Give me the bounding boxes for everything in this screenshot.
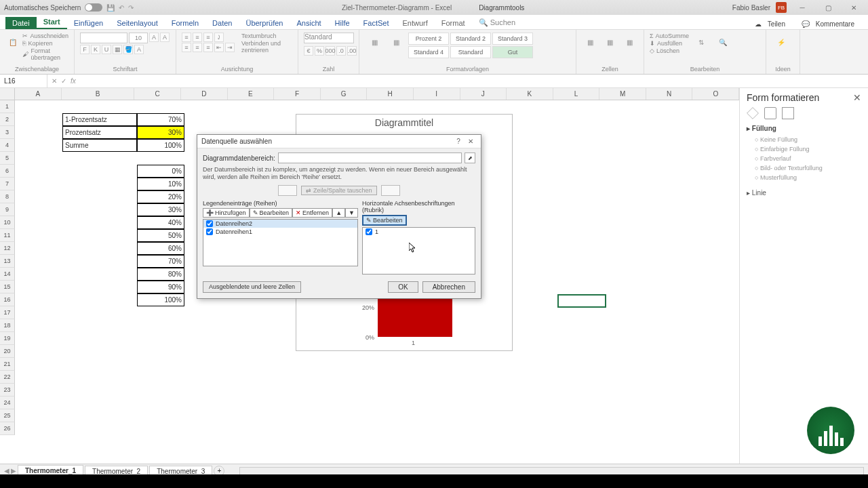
- tab-format[interactable]: Format: [435, 17, 472, 29]
- row-header[interactable]: 8: [0, 190, 15, 203]
- cancel-formula-icon[interactable]: ✕: [52, 77, 57, 85]
- column-header[interactable]: J: [460, 88, 507, 100]
- cell[interactable]: 50%: [137, 229, 184, 242]
- align-bot-icon[interactable]: ≡: [203, 33, 213, 42]
- row-header[interactable]: 10: [0, 216, 15, 229]
- percent-icon[interactable]: %: [315, 46, 324, 56]
- column-header[interactable]: D: [181, 88, 228, 100]
- move-up-button[interactable]: ▲: [332, 208, 345, 218]
- row-header[interactable]: 23: [0, 384, 15, 396]
- font-size[interactable]: 10: [129, 33, 148, 43]
- align-center-icon[interactable]: ≡: [193, 43, 202, 52]
- cell[interactable]: 30%: [137, 203, 184, 216]
- line-section-header[interactable]: ▸ Linie: [747, 189, 861, 197]
- indent-dec-icon[interactable]: ⇤: [214, 43, 224, 52]
- edit-series-button[interactable]: ✎Bearbeiten: [250, 208, 293, 218]
- row-header[interactable]: 13: [0, 255, 15, 268]
- style-standard[interactable]: Standard: [450, 46, 491, 58]
- cell[interactable]: 1-Prozentsatz: [62, 113, 137, 126]
- row-header[interactable]: 9: [0, 203, 15, 216]
- row-headers[interactable]: 1234567891011121314151617181920212223242…: [0, 100, 15, 435]
- row-header[interactable]: 12: [0, 242, 15, 255]
- fill-section-header[interactable]: ▸ Füllung: [747, 125, 861, 132]
- column-headers[interactable]: ABCDEFGHIJKLMNO: [15, 88, 739, 100]
- column-header[interactable]: A: [15, 88, 62, 100]
- fill-solid-radio[interactable]: ○ Einfarbige Füllung: [747, 144, 861, 154]
- active-cell[interactable]: [557, 294, 606, 308]
- minimize-button[interactable]: ─: [792, 1, 812, 14]
- insert-cells-icon[interactable]: ▦: [582, 33, 599, 52]
- tab-einfuegen[interactable]: Einfügen: [67, 17, 110, 29]
- row-header[interactable]: 15: [0, 281, 15, 293]
- axis-list[interactable]: 1: [362, 227, 475, 274]
- comments-button[interactable]: 💬 Kommentare: [797, 19, 863, 29]
- chart-range-input[interactable]: [278, 152, 462, 163]
- swap-row-col-button[interactable]: ⇄ Zeile/Spalte tauschen: [301, 186, 376, 195]
- ideas-icon[interactable]: ⚡: [772, 33, 791, 52]
- undo-icon[interactable]: ↶: [119, 4, 124, 12]
- column-header[interactable]: H: [367, 88, 414, 100]
- fill-gradient-radio[interactable]: ○ Farbverlauf: [747, 154, 861, 163]
- cancel-button[interactable]: Abbrechen: [422, 281, 475, 293]
- cell[interactable]: 70%: [137, 113, 184, 126]
- cell[interactable]: Prozentsatz: [62, 126, 137, 139]
- decrease-font-icon[interactable]: A: [160, 33, 170, 42]
- indent-inc-icon[interactable]: ⇥: [225, 43, 235, 52]
- font-color-button[interactable]: A: [134, 45, 144, 54]
- worksheet[interactable]: ABCDEFGHIJKLMNO 123456789101112131415161…: [0, 88, 739, 464]
- tab-suchen[interactable]: 🔍 Suchen: [472, 16, 522, 29]
- column-header[interactable]: M: [599, 88, 646, 100]
- cell[interactable]: 90%: [137, 281, 184, 293]
- ok-button[interactable]: OK: [388, 281, 418, 293]
- cell[interactable]: 30%: [137, 126, 184, 139]
- dialog-close-icon[interactable]: ✕: [465, 138, 477, 145]
- align-top-icon[interactable]: ≡: [182, 33, 191, 42]
- tab-entwurf[interactable]: Entwurf: [395, 17, 434, 29]
- column-header[interactable]: E: [228, 88, 275, 100]
- paste-icon[interactable]: 📋: [5, 33, 20, 52]
- row-header[interactable]: 26: [0, 422, 15, 435]
- currency-icon[interactable]: €: [304, 46, 313, 56]
- range-ref-button[interactable]: ⬈: [465, 152, 475, 163]
- cell[interactable]: 100%: [137, 139, 184, 152]
- row-header[interactable]: 19: [0, 332, 15, 345]
- row-header[interactable]: 24: [0, 396, 15, 409]
- cut-button[interactable]: ✂ Ausschneiden: [22, 33, 68, 39]
- tab-ueberpruefen[interactable]: Überprüfen: [239, 17, 290, 29]
- column-header[interactable]: F: [274, 88, 321, 100]
- sort-filter-icon[interactable]: ⇅: [692, 33, 711, 52]
- tab-factset[interactable]: FactSet: [357, 17, 396, 29]
- font-select[interactable]: [80, 33, 127, 43]
- format-cells-icon[interactable]: ▦: [621, 33, 638, 52]
- fill-picture-radio[interactable]: ○ Bild- oder Texturfüllung: [747, 163, 861, 173]
- share-button[interactable]: ☁ Teilen: [751, 19, 793, 29]
- dialog-help-icon[interactable]: ?: [452, 138, 465, 145]
- align-left-icon[interactable]: ≡: [182, 43, 191, 52]
- tab-nav-next-icon[interactable]: ▶: [11, 467, 16, 474]
- fill-line-tab-icon[interactable]: [747, 107, 759, 119]
- row-header[interactable]: 7: [0, 178, 15, 190]
- underline-button[interactable]: U: [102, 45, 111, 54]
- row-header[interactable]: 3: [0, 126, 15, 139]
- add-series-button[interactable]: ➕Hinzufügen: [203, 208, 250, 218]
- series-list[interactable]: Datenreihen2 Datenreihen1: [203, 219, 358, 266]
- tab-hilfe[interactable]: Hilfe: [328, 17, 357, 29]
- save-icon[interactable]: 💾: [106, 4, 115, 12]
- column-header[interactable]: L: [553, 88, 600, 100]
- row-header[interactable]: 16: [0, 293, 15, 306]
- maximize-button[interactable]: ▢: [818, 1, 838, 14]
- autosave-toggle[interactable]: [85, 3, 102, 12]
- table-format-icon[interactable]: ▦: [387, 33, 406, 52]
- align-mid-icon[interactable]: ≡: [193, 33, 202, 42]
- cell[interactable]: 10%: [137, 178, 184, 190]
- number-format-select[interactable]: Standard: [304, 33, 354, 43]
- style-prozent2[interactable]: Prozent 2: [408, 33, 449, 45]
- fill-color-button[interactable]: 🪣: [123, 45, 133, 54]
- align-right-icon[interactable]: ≡: [203, 43, 213, 52]
- fill-none-radio[interactable]: ○ Keine Füllung: [747, 135, 861, 144]
- enter-formula-icon[interactable]: ✓: [61, 77, 66, 85]
- cell[interactable]: 60%: [137, 242, 184, 255]
- tab-nav-prev-icon[interactable]: ◀: [4, 467, 9, 474]
- increase-font-icon[interactable]: A: [149, 33, 159, 42]
- italic-button[interactable]: K: [91, 45, 100, 54]
